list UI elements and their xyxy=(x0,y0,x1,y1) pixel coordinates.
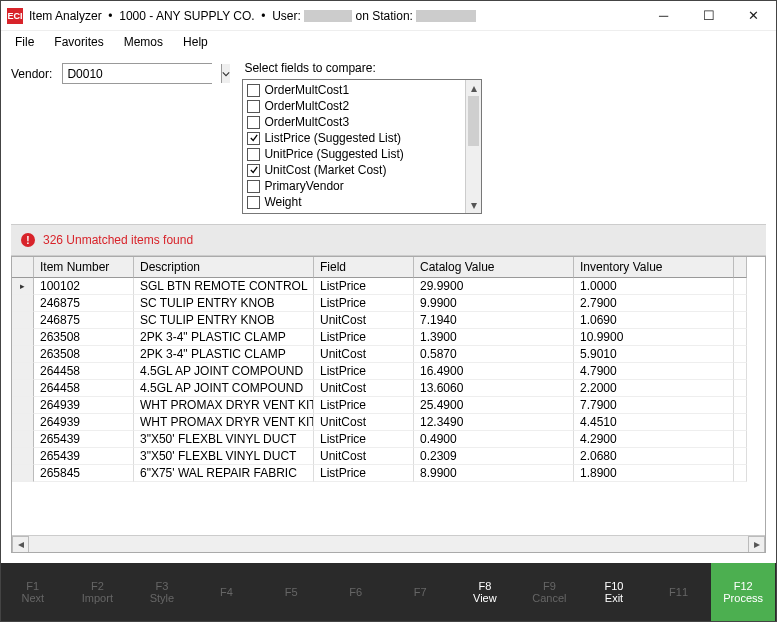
cell-item[interactable]: 265439 xyxy=(34,448,134,465)
fkey-f10-exit[interactable]: F10Exit xyxy=(582,563,647,621)
checkbox-icon[interactable] xyxy=(247,148,260,161)
checkbox-icon[interactable] xyxy=(247,116,260,129)
cell-inventory[interactable]: 4.4510 xyxy=(574,414,734,431)
grid-header-inventory[interactable]: Inventory Value xyxy=(574,257,734,278)
cell-desc[interactable]: SGL BTN REMOTE CONTROL xyxy=(134,278,314,295)
menu-file[interactable]: File xyxy=(7,33,42,51)
cell-item[interactable]: 263508 xyxy=(34,346,134,363)
hscroll-right-icon[interactable]: ▸ xyxy=(748,536,765,553)
compare-fields-listbox[interactable]: OrderMultCost1OrderMultCost2OrderMultCos… xyxy=(242,79,482,214)
cell-item[interactable]: 246875 xyxy=(34,312,134,329)
cell-inventory[interactable]: 4.2900 xyxy=(574,431,734,448)
fkey-f12-process[interactable]: F12Process xyxy=(711,563,776,621)
cell-item[interactable]: 100102 xyxy=(34,278,134,295)
menu-help[interactable]: Help xyxy=(175,33,216,51)
cell-inventory[interactable]: 2.0680 xyxy=(574,448,734,465)
cell-inventory[interactable]: 2.2000 xyxy=(574,380,734,397)
row-selector[interactable] xyxy=(12,278,34,295)
row-selector[interactable] xyxy=(12,397,34,414)
cell-inventory[interactable]: 10.9900 xyxy=(574,329,734,346)
scroll-thumb[interactable] xyxy=(468,96,479,146)
cell-item[interactable]: 263508 xyxy=(34,329,134,346)
listbox-scrollbar[interactable]: ▴ ▾ xyxy=(465,80,481,213)
scroll-down-icon[interactable]: ▾ xyxy=(466,197,481,213)
row-selector[interactable] xyxy=(12,431,34,448)
cell-item[interactable]: 265439 xyxy=(34,431,134,448)
table-row[interactable]: 2654393"X50' FLEXBL VINYL DUCTUnitCost0.… xyxy=(12,448,765,465)
fkey-f2-import[interactable]: F2Import xyxy=(66,563,131,621)
menu-memos[interactable]: Memos xyxy=(116,33,171,51)
hscroll-left-icon[interactable]: ◂ xyxy=(12,536,29,553)
close-button[interactable]: ✕ xyxy=(731,1,776,31)
cell-inventory[interactable]: 1.8900 xyxy=(574,465,734,482)
cell-item[interactable]: 264939 xyxy=(34,414,134,431)
cell-desc[interactable]: WHT PROMAX DRYR VENT KIT xyxy=(134,397,314,414)
cell-catalog[interactable]: 16.4900 xyxy=(414,363,574,380)
cell-field[interactable]: UnitCost xyxy=(314,414,414,431)
table-row[interactable]: 2635082PK 3-4" PLASTIC CLAMPUnitCost0.58… xyxy=(12,346,765,363)
table-row[interactable]: 264939WHT PROMAX DRYR VENT KITListPrice2… xyxy=(12,397,765,414)
cell-catalog[interactable]: 29.9900 xyxy=(414,278,574,295)
vendor-dropdown-button[interactable] xyxy=(221,64,230,83)
fkey-f9-cancel[interactable]: F9Cancel xyxy=(518,563,583,621)
row-selector[interactable] xyxy=(12,363,34,380)
table-row[interactable]: 2658456"X75' WAL REPAIR FABRICListPrice8… xyxy=(12,465,765,482)
cell-field[interactable]: ListPrice xyxy=(314,278,414,295)
checkbox-icon[interactable] xyxy=(247,196,260,209)
table-row[interactable]: 246875SC TULIP ENTRY KNOBUnitCost7.19401… xyxy=(12,312,765,329)
cell-field[interactable]: ListPrice xyxy=(314,431,414,448)
cell-desc[interactable]: SC TULIP ENTRY KNOB xyxy=(134,312,314,329)
cell-inventory[interactable]: 1.0690 xyxy=(574,312,734,329)
field-option[interactable]: UnitCost (Market Cost) xyxy=(247,162,461,178)
cell-item[interactable]: 264939 xyxy=(34,397,134,414)
maximize-button[interactable]: ☐ xyxy=(686,1,731,31)
cell-desc[interactable]: 6"X75' WAL REPAIR FABRIC xyxy=(134,465,314,482)
table-row[interactable]: 2644584.5GL AP JOINT COMPOUNDListPrice16… xyxy=(12,363,765,380)
cell-field[interactable]: UnitCost xyxy=(314,380,414,397)
cell-field[interactable]: UnitCost xyxy=(314,312,414,329)
cell-inventory[interactable]: 1.0000 xyxy=(574,278,734,295)
cell-desc[interactable]: 3"X50' FLEXBL VINYL DUCT xyxy=(134,448,314,465)
cell-catalog[interactable]: 12.3490 xyxy=(414,414,574,431)
vendor-input[interactable] xyxy=(63,64,221,83)
row-selector[interactable] xyxy=(12,380,34,397)
cell-catalog[interactable]: 7.1940 xyxy=(414,312,574,329)
grid-horizontal-scrollbar[interactable]: ◂ ▸ xyxy=(12,535,765,552)
checkbox-icon[interactable] xyxy=(247,84,260,97)
cell-inventory[interactable]: 5.9010 xyxy=(574,346,734,363)
cell-field[interactable]: ListPrice xyxy=(314,329,414,346)
cell-item[interactable]: 264458 xyxy=(34,363,134,380)
cell-field[interactable]: ListPrice xyxy=(314,363,414,380)
cell-desc[interactable]: 2PK 3-4" PLASTIC CLAMP xyxy=(134,346,314,363)
grid-header-itemnumber[interactable]: Item Number xyxy=(34,257,134,278)
results-grid[interactable]: Item Number Description Field Catalog Va… xyxy=(11,256,766,553)
row-selector[interactable] xyxy=(12,414,34,431)
row-selector[interactable] xyxy=(12,329,34,346)
scroll-up-icon[interactable]: ▴ xyxy=(466,80,481,96)
field-option[interactable]: OrderMultCost1 xyxy=(247,82,461,98)
table-row[interactable]: 2654393"X50' FLEXBL VINYL DUCTListPrice0… xyxy=(12,431,765,448)
vendor-combobox[interactable] xyxy=(62,63,212,84)
cell-field[interactable]: UnitCost xyxy=(314,346,414,363)
cell-catalog[interactable]: 13.6060 xyxy=(414,380,574,397)
cell-catalog[interactable]: 25.4900 xyxy=(414,397,574,414)
cell-field[interactable]: ListPrice xyxy=(314,295,414,312)
table-row[interactable]: 2635082PK 3-4" PLASTIC CLAMPListPrice1.3… xyxy=(12,329,765,346)
cell-inventory[interactable]: 7.7900 xyxy=(574,397,734,414)
table-row[interactable]: 246875SC TULIP ENTRY KNOBListPrice9.9900… xyxy=(12,295,765,312)
checkbox-icon[interactable] xyxy=(247,132,260,145)
fkey-f3-style[interactable]: F3Style xyxy=(130,563,195,621)
checkbox-icon[interactable] xyxy=(247,164,260,177)
fkey-f1-next[interactable]: F1Next xyxy=(1,563,66,621)
row-selector[interactable] xyxy=(12,448,34,465)
grid-header-catalog[interactable]: Catalog Value xyxy=(414,257,574,278)
cell-catalog[interactable]: 0.5870 xyxy=(414,346,574,363)
cell-catalog[interactable]: 1.3900 xyxy=(414,329,574,346)
cell-field[interactable]: ListPrice xyxy=(314,465,414,482)
cell-item[interactable]: 246875 xyxy=(34,295,134,312)
cell-field[interactable]: ListPrice xyxy=(314,397,414,414)
cell-item[interactable]: 265845 xyxy=(34,465,134,482)
field-option[interactable]: UnitPrice (Suggested List) xyxy=(247,146,461,162)
cell-desc[interactable]: 4.5GL AP JOINT COMPOUND xyxy=(134,380,314,397)
cell-inventory[interactable]: 2.7900 xyxy=(574,295,734,312)
